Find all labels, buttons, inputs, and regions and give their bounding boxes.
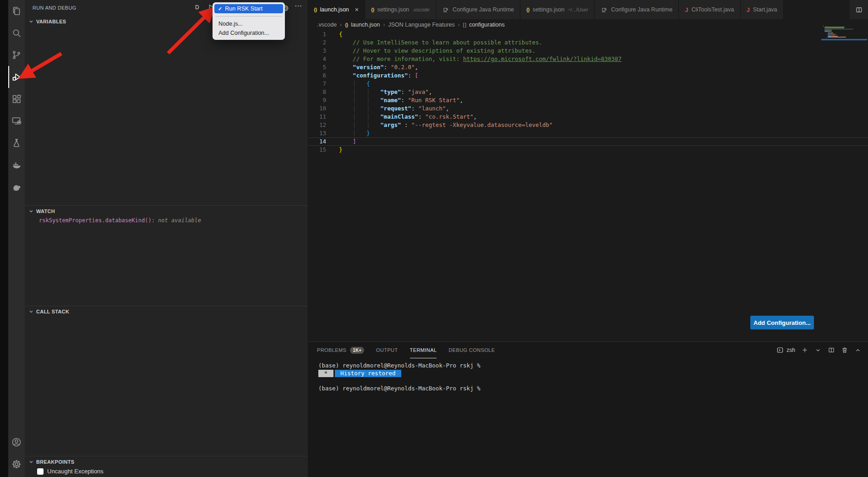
panel-tab-label: PROBLEMS [317,347,346,353]
code-text: } [339,146,343,154]
breakpoints-section: BREAKPOINTS Uncaught Exceptions [25,456,308,477]
code-line-14[interactable]: 14 ] [308,137,868,146]
close-tab-icon[interactable]: × [355,6,359,13]
panel-tab-debug-console[interactable]: DEBUG CONSOLE [448,342,495,358]
tab-label: launch.json [320,6,349,13]
chevron-down-icon [29,209,33,214]
kill-terminal-icon[interactable] [841,346,848,354]
activity-search-icon[interactable] [8,22,25,44]
line-number: 13 [308,129,326,137]
code-line-5[interactable]: 5 "version": "0.2.0", [308,63,868,71]
line-number: 4 [308,55,326,63]
sidebar-title: RUN AND DEBUG [33,5,76,11]
code-line-4[interactable]: 4 // For more information, visit: https:… [308,55,868,63]
problems-count-badge: 1K+ [350,347,364,354]
code-line-10[interactable]: 10 │ │ "request": "launch", [308,104,868,113]
terminal-shell-selector[interactable]: zsh [776,346,795,354]
watch-expression-row[interactable]: rskSystemProperties.databaseKind(): not … [39,217,308,224]
minimap[interactable] [821,26,867,60]
activity-docker-icon[interactable] [8,154,25,176]
breadcrumb-item[interactable]: launch.json [351,22,380,28]
code-line-12[interactable]: 12 │ │ "args" : "--regtest -Xkeyvalue.da… [308,121,868,129]
terminal-dropdown-chevron-icon[interactable] [814,346,822,354]
new-terminal-icon[interactable] [801,346,808,354]
menu-item-run-rsk-start[interactable]: ✓ Run RSK Start [214,4,283,13]
minimap-line [833,33,833,33]
activity-extensions-icon[interactable] [8,88,25,110]
code-text: │ │ "mainClass": "co.rsk.Start", [339,113,477,121]
tab-configure-java-runtime[interactable]: Configure Java Runtime [595,0,679,19]
menu-item-label: Run RSK Start [225,5,262,12]
code-line-13[interactable]: 13 │ } [308,129,868,137]
tab-launch-json[interactable]: {}launch.json× [308,0,365,19]
maximize-panel-chevron-icon[interactable] [854,346,862,354]
variables-label: VARIABLES [36,19,66,24]
code-line-11[interactable]: 11 │ │ "mainClass": "co.rsk.Start", [308,113,868,121]
uncaught-exceptions-label: Uncaught Exceptions [47,468,104,475]
code-line-15[interactable]: 15} [308,146,868,154]
activity-manage-settings-icon[interactable] [8,453,25,475]
tab-label: Configure Java Runtime [611,6,672,13]
config-select-partial-text[interactable]: D [195,4,199,11]
split-editor-icon[interactable] [850,0,868,19]
tab-hint: .vscode [412,7,430,12]
call-stack-section-header[interactable]: CALL STACK [25,306,308,317]
tab-label: Start.java [753,6,777,13]
line-number: 3 [308,47,326,55]
views-more-actions-icon[interactable]: ⋯ [295,1,302,10]
java-runtime-cup-icon [601,6,608,13]
activity-accounts-icon[interactable] [8,431,25,453]
line-number: 6 [308,71,326,80]
panel-tab-problems[interactable]: PROBLEMS1K+ [317,342,364,358]
editor-tab-bar: {}launch.json×{}settings.json.vscodeConf… [308,0,868,19]
code-line-8[interactable]: 8 │ │ "type": "java", [308,88,868,96]
activity-run-and-debug-icon[interactable] [8,66,25,88]
panel-tab-label: OUTPUT [376,347,398,353]
breakpoints-section-header[interactable]: BREAKPOINTS [25,456,308,467]
tab-configure-java-runtime[interactable]: Configure Java Runtime [436,0,520,19]
terminal-line: * History restored [318,370,859,378]
uncaught-exceptions-checkbox[interactable] [37,468,44,475]
tab-label: settings.json [377,6,409,13]
breakpoints-label: BREAKPOINTS [36,459,74,465]
watch-expression: rskSystemProperties.databaseKind(): [39,217,155,224]
activity-source-control-icon[interactable] [8,44,25,66]
panel-actions: zsh [776,342,862,358]
code-line-3[interactable]: 3 // Hover to view descriptions of exist… [308,47,868,55]
tab-settings-json[interactable]: {}settings.json.vscode [365,0,436,19]
code-editor[interactable]: 1{2 // Use IntelliSense to learn about p… [308,30,868,154]
code-line-6[interactable]: 6 "configurations": [ [308,71,868,80]
code-text: // Hover to view descriptions of existin… [339,47,535,55]
code-line-1[interactable]: 1{ [308,30,868,38]
panel-tab-label: TERMINAL [410,347,437,353]
add-configuration-button[interactable]: Add Configuration... [750,316,814,329]
chevron-down-icon [29,19,33,24]
tab-start-java[interactable]: JStart.java [741,0,784,19]
split-terminal-icon[interactable] [828,346,835,354]
tab-clitoolstest-java[interactable]: JCliToolsTest.java [679,0,740,19]
code-line-7[interactable]: 7 │ { [308,80,868,88]
menu-item-node-js-[interactable]: Node.js... [214,19,283,28]
tab-settings-json[interactable]: {}settings.json~/.../User [520,0,595,19]
menu-item-add-configuration-[interactable]: Add Configuration... [214,28,283,38]
terminal-line [318,377,859,385]
activity-remote-explorer-icon[interactable] [8,110,25,132]
vscode-window: RUN AND DEBUG D ⋯ VARIABLES WATCH rskSys… [0,0,868,477]
activity-explorer-icon[interactable] [8,0,25,22]
code-line-2[interactable]: 2 // Use IntelliSense to learn about pos… [308,38,868,47]
activity-gradle-icon[interactable] [8,176,25,198]
breadcrumb-item[interactable]: JSON Language Features [388,22,455,28]
breadcrumb-item[interactable]: .vscode [317,22,337,28]
code-text: // For more information, visit: https://… [339,55,622,63]
line-number: 10 [308,104,326,113]
activity-testing-icon[interactable] [8,132,25,154]
line-number: 1 [308,30,326,38]
terminal-highlight-chip: History restored [335,370,401,378]
terminal-output[interactable]: (base) reynoldmorel@Reynolds-MacBook-Pro… [318,362,859,392]
panel-tab-terminal[interactable]: TERMINAL [410,342,437,358]
panel-tab-output[interactable]: OUTPUT [376,342,398,358]
breadcrumb-separator: › [458,22,460,28]
breadcrumb-item[interactable]: configurations [469,22,505,28]
code-line-9[interactable]: 9 │ │ "name": "Run RSK Start", [308,96,868,104]
watch-section-header[interactable]: WATCH [25,206,308,216]
